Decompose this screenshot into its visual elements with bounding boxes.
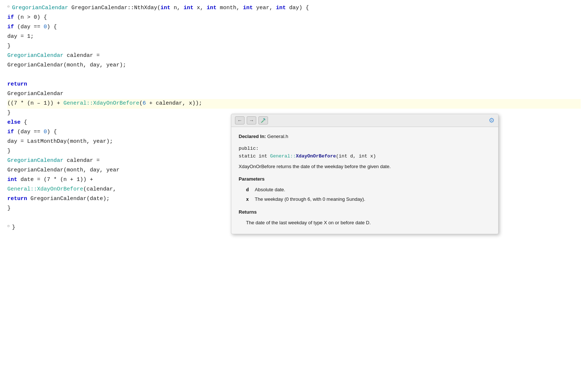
code-line: if (day == 0) {: [7, 23, 581, 32]
code-token: int: [243, 4, 253, 12]
code-token: General::: [7, 185, 37, 194]
code-token: ((7 * (n – 1)) +: [7, 99, 63, 108]
code-token: (: [139, 99, 143, 108]
declared-in-value: General.h: [267, 134, 288, 139]
code-token: }: [7, 147, 11, 156]
code-token: + calendar, x));: [146, 99, 202, 108]
returns-title: Returns: [239, 208, 491, 216]
tooltip-popup: ← → ⚙ Declared In: General.h public: sta…: [231, 114, 499, 234]
code-token: if: [7, 13, 14, 22]
code-token: (n > 0) {: [14, 13, 47, 22]
code-line: if (n > 0) {: [7, 13, 581, 23]
code-token: 0: [44, 128, 47, 137]
code-token: return: [7, 80, 27, 89]
code-token: (day ==: [14, 128, 44, 137]
code-token: x,: [194, 4, 207, 12]
edit-button[interactable]: [258, 116, 268, 124]
code-token: if: [7, 128, 14, 137]
returns-text: The date of the last weekday of type X o…: [239, 219, 491, 226]
code-token: 6: [143, 99, 146, 108]
code-token: ) {: [47, 128, 57, 137]
params-title: Parameters: [239, 175, 491, 183]
code-token: int: [7, 175, 17, 184]
code-token: GregorianCalendar::NthXday(: [68, 4, 161, 12]
description-text: XdayOnOrBefore returns the date of the w…: [239, 163, 491, 170]
signature-params: (int d, int x): [336, 153, 376, 159]
code-token: day = LastMonthDay(month, year);: [7, 137, 113, 146]
code-token: General::: [63, 99, 93, 108]
settings-icon[interactable]: ⚙: [489, 116, 495, 124]
code-token: year,: [253, 4, 276, 12]
code-line: GregorianCalendar calendar =: [7, 51, 581, 61]
code-token: (calendar,: [83, 185, 116, 194]
declared-in-label: Declared In:: [239, 134, 266, 139]
code-token: GregorianCalendar(month, day, year: [7, 166, 120, 175]
code-token: n,: [170, 4, 184, 12]
forward-button[interactable]: →: [247, 116, 256, 124]
code-line: GregorianCalendar: [7, 90, 581, 99]
code-token: }: [12, 223, 15, 232]
code-line: }: [7, 42, 581, 51]
param-name: d: [246, 186, 252, 194]
code-token: int: [161, 4, 170, 12]
code-token: XdayOnOrBefore: [93, 99, 139, 108]
code-token: GregorianCalendar: [12, 4, 68, 12]
back-button[interactable]: ←: [235, 116, 245, 124]
signature-section: public: static int General::XdayOnOrBefo…: [239, 145, 491, 160]
signature-class: General::: [270, 153, 296, 159]
param-desc: Absolute date.: [255, 186, 285, 194]
declared-in-section: Declared In: General.h: [239, 133, 491, 141]
signature-static: static int: [239, 153, 270, 159]
code-token: (day ==: [14, 23, 44, 32]
params-list: dAbsolute date.xThe weekday (0 through 6…: [239, 186, 491, 204]
code-token: GregorianCalendar: [7, 90, 63, 98]
tooltip-body: Declared In: General.h public: static in…: [231, 127, 498, 234]
svg-rect-0: [261, 120, 264, 123]
code-token: else: [7, 118, 21, 127]
visibility-label: public:: [239, 146, 259, 151]
code-line: ⊖GregorianCalendar GregorianCalendar::Nt…: [7, 4, 581, 13]
code-line: GregorianCalendar(month, day, year);: [7, 61, 581, 70]
code-token: day = 1;: [7, 32, 34, 41]
code-token: }: [7, 42, 11, 51]
code-token: day) {: [286, 4, 309, 12]
code-token: calendar =: [63, 156, 100, 165]
code-token: return: [7, 195, 27, 203]
code-token: GregorianCalendar(date);: [27, 195, 110, 203]
code-token: month,: [217, 4, 243, 12]
code-line: day = 1;: [7, 32, 581, 42]
code-token: 0: [44, 23, 47, 32]
code-token: int: [207, 4, 217, 12]
code-token: calendar =: [63, 51, 100, 60]
tooltip-toolbar: ← → ⚙: [231, 114, 498, 127]
code-token: GregorianCalendar: [7, 156, 63, 165]
code-token: XdayOnOrBefore: [37, 185, 83, 194]
code-token: }: [7, 204, 11, 213]
gutter-icon: ⊖: [7, 4, 10, 10]
signature-fn: XdayOnOrBefore: [296, 153, 336, 159]
code-token: GregorianCalendar(month, day, year);: [7, 61, 126, 70]
gutter-icon: ⊖: [7, 223, 10, 230]
param-desc: The weekday (0 through 6, with 0 meaning…: [255, 196, 365, 203]
code-line: ((7 * (n – 1)) + General::XdayOnOrBefore…: [7, 99, 581, 109]
param-name: x: [246, 196, 252, 203]
code-line: return: [7, 80, 581, 90]
code-token: GregorianCalendar: [7, 51, 63, 60]
code-token: if: [7, 23, 14, 32]
code-token: ) {: [47, 23, 57, 32]
code-token: date = (7 * (n + 1)) +: [17, 175, 93, 184]
returns-section: Returns The date of the last weekday of …: [239, 208, 491, 226]
code-token: int: [184, 4, 194, 12]
param-item: xThe weekday (0 through 6, with 0 meanin…: [239, 196, 491, 203]
code-token: int: [276, 4, 286, 12]
code-token: }: [7, 109, 11, 117]
code-token: {: [21, 118, 27, 127]
param-item: dAbsolute date.: [239, 186, 491, 194]
code-line: [7, 70, 581, 80]
